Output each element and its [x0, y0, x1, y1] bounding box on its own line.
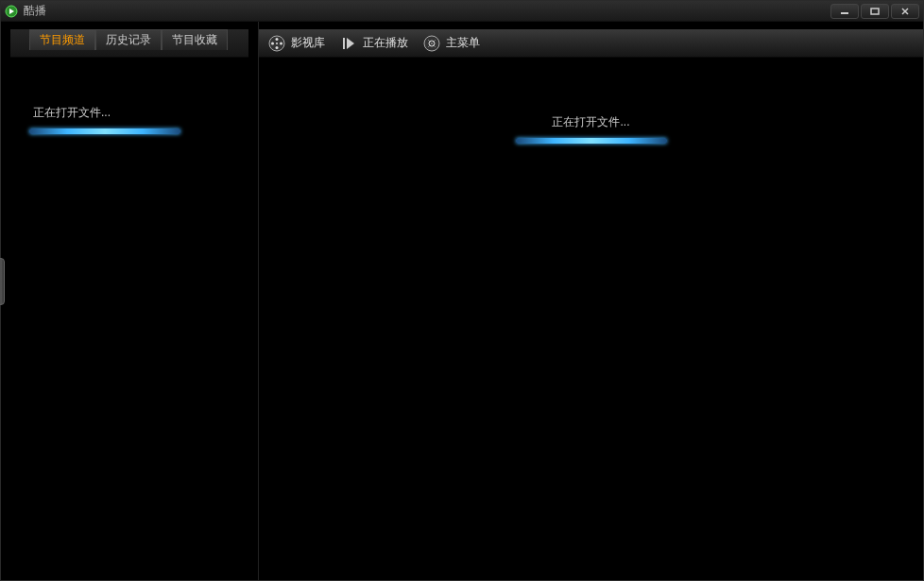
splitter-handle[interactable] [0, 258, 5, 305]
progress-bar [516, 138, 667, 144]
toolbar-main-menu[interactable]: 主菜单 [423, 35, 480, 52]
progress-bar [29, 128, 180, 134]
maximize-button[interactable] [861, 4, 889, 19]
toolbar-label: 主菜单 [446, 35, 480, 51]
sidebar-tabs: 节目频道 历史记录 节目收藏 [10, 29, 248, 58]
toolbar-now-playing[interactable]: 正在播放 [340, 35, 408, 52]
toolbar-label: 正在播放 [363, 35, 408, 51]
film-reel-icon [268, 35, 285, 52]
svg-point-9 [271, 42, 274, 44]
tab-channels[interactable]: 节目频道 [29, 29, 95, 50]
content-loading: 正在打开文件... [516, 114, 667, 580]
content-area: 影视库 正在播放 [259, 22, 923, 580]
play-icon [340, 35, 357, 52]
svg-rect-11 [343, 38, 345, 49]
sidebar: 节目频道 历史记录 节目收藏 正在打开文件... [1, 22, 259, 580]
menu-disc-icon [423, 35, 440, 52]
svg-point-7 [280, 42, 282, 44]
window-controls [829, 4, 919, 19]
svg-rect-2 [871, 9, 879, 14]
minimize-button[interactable] [830, 4, 859, 19]
close-button[interactable] [891, 4, 919, 19]
toolbar-label: 影视库 [291, 35, 325, 51]
tab-favorites[interactable]: 节目收藏 [162, 29, 228, 50]
svg-point-6 [276, 38, 279, 41]
main-area: 节目频道 历史记录 节目收藏 正在打开文件... [1, 22, 923, 580]
content-body: 正在打开文件... [259, 58, 923, 580]
title-bar: 酷播 [1, 1, 923, 22]
sidebar-content: 正在打开文件... [1, 58, 258, 580]
tab-label: 历史记录 [106, 32, 151, 48]
tab-label: 节目频道 [40, 32, 85, 48]
app-window: 酷播 节目频道 历史记录 节目收藏 [0, 0, 924, 581]
svg-point-8 [276, 46, 279, 49]
svg-point-10 [276, 43, 278, 44]
tab-history[interactable]: 历史记录 [95, 29, 162, 50]
app-logo-icon [5, 5, 18, 18]
toolbar-video-library[interactable]: 影视库 [268, 35, 325, 52]
loading-text: 正在打开文件... [552, 114, 629, 130]
loading-text: 正在打开文件... [29, 105, 111, 121]
app-title: 酷播 [24, 3, 829, 19]
tab-label: 节目收藏 [172, 32, 217, 48]
sidebar-loading: 正在打开文件... [29, 105, 230, 134]
toolbar: 影视库 正在播放 [259, 29, 923, 58]
